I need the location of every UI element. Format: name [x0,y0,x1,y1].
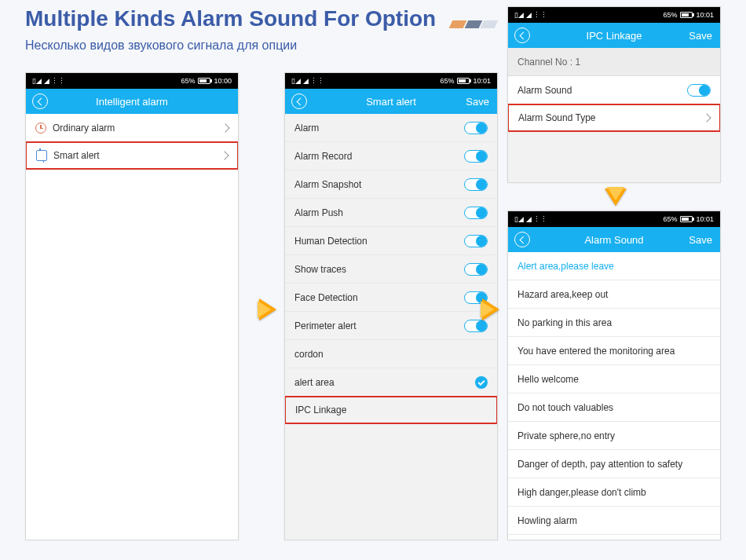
row-smart-alert[interactable]: Smart alert [26,141,238,170]
sound-option[interactable]: Howling alarm [508,507,720,535]
arrow-down-icon [605,188,627,206]
clock-alarm-icon [35,123,46,134]
row-cordon[interactable]: cordon [285,340,497,368]
row-label: Show traces [294,264,346,275]
clock: 10:00 [214,77,232,85]
row-show-traces[interactable]: Show traces [285,255,497,284]
row-alarm-sound[interactable]: Alarm Sound [508,76,720,104]
status-bar: ▯◢ ◢ ⋮⋮ 65% 10:01 [508,211,720,227]
row-label: No parking in this area [517,317,612,328]
status-bar: ▯◢ ◢ ⋮⋮ 65% 10:01 [508,7,720,23]
row-label: Alarm Snapshot [294,179,361,190]
nav-bar: Smart alert Save [285,89,497,114]
phone-ipc-linkage: ▯◢ ◢ ⋮⋮ 65% 10:01 IPC Linkage Save Chann… [507,6,721,183]
chevron-right-icon [221,123,229,132]
save-button[interactable]: Save [689,234,712,246]
back-button[interactable] [514,27,530,43]
arrow-right-icon [259,298,276,320]
battery-percent: 65% [663,215,677,223]
row-perimeter-alert[interactable]: Perimeter alert [285,312,497,340]
status-bar: ▯◢ ◢ ⋮⋮ 65% 10:00 [26,73,238,89]
row-label: Alarm Push [294,207,343,218]
save-button[interactable]: Save [689,30,712,42]
battery-percent: 65% [181,77,195,85]
battery-icon [457,78,470,84]
save-button[interactable]: Save [466,96,489,108]
arrow-right-icon [482,298,499,320]
row-label: Alert area,please leave [517,261,614,272]
row-label: Face Detection [294,292,358,303]
channel-label: Channel No : 1 [517,57,580,68]
sound-option[interactable]: You have entered the monitoring area [508,337,720,365]
phone-smart-alert: ▯◢ ◢ ⋮⋮ 65% 10:01 Smart alert Save Alarm… [284,72,498,540]
row-alert-area[interactable]: alert area [285,368,497,397]
back-button[interactable] [514,232,530,247]
chevron-right-icon [220,151,229,159]
page-subtitle: Несколько видов звукового сигнала для оп… [25,38,496,53]
battery-icon [680,12,693,18]
sound-option[interactable]: No parking in this area [508,309,720,337]
sound-option[interactable]: Hazard area,keep out [508,280,720,309]
signal-icon: ▯◢ ◢ ⋮⋮ [514,11,547,19]
row-alarm-record[interactable]: Alarm Record [285,142,497,170]
clock: 10:01 [696,11,714,19]
signal-icon: ▯◢ ◢ ⋮⋮ [32,77,65,85]
row-ipc-linkage[interactable]: IPC Linkage [285,396,497,424]
battery-icon [680,216,693,222]
signal-icon: ▯◢ ◢ ⋮⋮ [514,215,547,223]
sound-option[interactable]: Private sphere,no entry [508,422,720,450]
row-alarm-snapshot[interactable]: Alarm Snapshot [285,170,497,199]
row-label: Human Detection [294,236,368,247]
nav-title: Alarm Sound [584,234,643,246]
toggle-switch[interactable] [464,235,488,247]
clock: 10:01 [696,215,714,223]
toggle-switch[interactable] [464,207,488,219]
sound-option[interactable]: Danger of depth, pay attention to safety [508,450,720,478]
row-label: Hello welcome [517,374,579,385]
row-label: alert area [294,377,335,388]
nav-title: Intelligent alarm [96,96,168,108]
row-face-detection[interactable]: Face Detection [285,284,497,312]
row-label: Smart alert [53,150,100,161]
battery-percent: 65% [663,11,677,19]
status-bar: ▯◢ ◢ ⋮⋮ 65% 10:01 [285,73,497,89]
row-label: Hazard area,keep out [517,289,608,300]
smart-detect-icon [36,150,47,161]
row-ordinary-alarm[interactable]: Ordinary alarm [26,114,238,142]
row-human-detection[interactable]: Human Detection [285,227,497,255]
title-text: Multiple Kinds Alarm Sound For Option [25,6,436,31]
clock: 10:01 [473,77,491,85]
row-label: Alarm Sound [517,85,572,96]
phone-intelligent-alarm: ▯◢ ◢ ⋮⋮ 65% 10:00 Intelligent alarm Ordi… [25,72,239,540]
row-label: Danger of depth, pay attention to safety [517,459,682,470]
row-label: Alarm Record [294,151,352,162]
check-icon [475,376,488,389]
sound-option[interactable]: Do not touch valuables [508,393,720,422]
back-button[interactable] [291,93,307,109]
row-label: Do not touch valuables [517,402,613,413]
phone-alarm-sound-list: ▯◢ ◢ ⋮⋮ 65% 10:01 Alarm Sound Save Alert… [507,210,721,540]
back-button[interactable] [32,93,48,109]
row-label: Howling alarm [517,515,577,526]
nav-bar: IPC Linkage Save [508,23,720,48]
sound-option[interactable]: High danger,please don't climb [508,478,720,507]
row-alarm[interactable]: Alarm [285,114,497,142]
battery-icon [198,78,210,84]
toggle-switch[interactable] [464,150,488,163]
row-label: IPC Linkage [295,404,346,415]
page-title: Multiple Kinds Alarm Sound For Option [25,6,496,34]
row-label: Ordinary alarm [53,123,115,134]
toggle-switch[interactable] [464,320,488,332]
page-header: Multiple Kinds Alarm Sound For Option Не… [25,6,496,53]
row-alarm-sound-type[interactable]: Alarm Sound Type [508,104,720,132]
row-alarm-push[interactable]: Alarm Push [285,199,497,227]
sound-option[interactable]: Hello welcome [508,365,720,393]
toggle-switch[interactable] [464,122,488,134]
row-label: Alarm Sound Type [518,112,596,123]
toggle-switch[interactable] [687,84,711,97]
sound-option[interactable]: Alert area,please leave [508,252,720,280]
toggle-switch[interactable] [464,178,488,191]
row-label: Perimeter alert [294,320,357,331]
toggle-switch[interactable] [464,263,488,276]
row-label: Private sphere,no entry [517,430,615,441]
